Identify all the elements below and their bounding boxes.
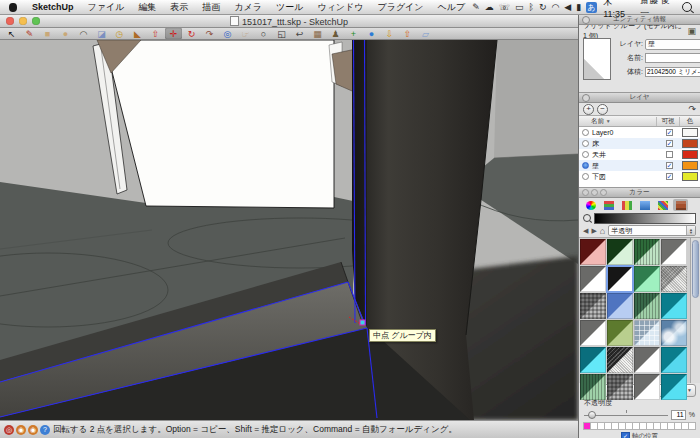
follow-me-tool[interactable]: ↷ <box>201 28 218 39</box>
layer-dropdown[interactable]: 壁 ▲▼ <box>645 39 700 50</box>
color-palettes-icon[interactable] <box>619 199 634 211</box>
layer-radio[interactable] <box>582 162 589 169</box>
layer-radio[interactable] <box>582 140 589 147</box>
texture-swatch-21[interactable] <box>607 374 633 400</box>
collection-stepper-icon[interactable]: ▲▼ <box>686 226 695 235</box>
layer-visible-checkbox[interactable] <box>666 151 673 158</box>
position-camera-tool[interactable]: ♟ <box>327 28 344 39</box>
texture-swatch-13[interactable] <box>607 320 633 346</box>
volume-icon[interactable]: ◀ <box>564 1 571 14</box>
get-models-tool[interactable]: ⇩ <box>381 28 398 39</box>
color-sliders-icon[interactable] <box>601 199 616 211</box>
section-plane-tool[interactable]: ▱ <box>417 28 434 39</box>
layer-radio[interactable] <box>582 173 589 180</box>
paint-bucket-tool[interactable]: ◣ <box>129 28 146 39</box>
texture-swatch-9[interactable] <box>607 293 633 319</box>
eraser-tool[interactable]: ◪ <box>93 28 110 39</box>
texture-swatch-18[interactable] <box>634 347 660 373</box>
menu-item-9[interactable]: ヘルプ <box>431 0 473 14</box>
layer-color-chip[interactable] <box>682 139 698 148</box>
help-icon[interactable]: ? <box>40 425 50 435</box>
recent-color-15[interactable] <box>688 422 696 430</box>
name-input[interactable] <box>645 53 700 63</box>
texture-swatch-15[interactable] <box>661 320 687 346</box>
material-thumbnail[interactable] <box>583 38 611 80</box>
arc-tool[interactable]: ◠ <box>75 28 92 39</box>
opacity-value-input[interactable] <box>671 410 686 420</box>
layer-row-下図[interactable]: 下図✓ <box>579 171 700 182</box>
opacity-slider-thumb[interactable] <box>588 411 596 419</box>
colors-title-bar[interactable]: カラー <box>579 188 700 198</box>
texture-swatch-22[interactable] <box>634 374 660 400</box>
texture-swatch-23[interactable] <box>661 374 687 400</box>
texture-swatch-17[interactable] <box>607 347 633 373</box>
volume-value[interactable] <box>645 67 700 77</box>
image-palettes-icon[interactable] <box>637 199 652 211</box>
layer-color-chip[interactable] <box>682 161 698 170</box>
line-tool[interactable]: ✎ <box>21 28 38 39</box>
column-color[interactable]: 色 <box>679 117 700 126</box>
menu-item-app[interactable]: SketchUp <box>25 0 81 14</box>
scrollbar-thumb[interactable] <box>692 240 699 298</box>
crayons-icon[interactable] <box>655 199 670 211</box>
move-tool[interactable]: ✛ <box>165 28 182 39</box>
model-viewport[interactable]: 中点 グループ内 <box>0 40 578 420</box>
push-pull-tool[interactable]: ⇧ <box>147 28 164 39</box>
texture-swatch-16[interactable] <box>580 347 606 373</box>
texture-swatch-6[interactable] <box>634 266 660 292</box>
viewport-canvas[interactable] <box>0 40 578 420</box>
pen-tablet-icon[interactable]: ✎ <box>472 1 480 14</box>
forward-arrow-icon[interactable]: ▶ <box>591 227 596 235</box>
add-layer-button[interactable]: + <box>583 104 594 115</box>
battery-icon[interactable]: ▮ <box>576 1 581 14</box>
menu-item-3[interactable]: 表示 <box>163 0 195 14</box>
axes-position-checkbox[interactable]: ✓ <box>621 432 630 438</box>
tape-measure-tool[interactable]: ◷ <box>111 28 128 39</box>
texture-swatch-3[interactable] <box>661 239 687 265</box>
collection-dropdown[interactable]: 半透明 ▲▼ <box>608 225 696 236</box>
layer-visible-checkbox[interactable]: ✓ <box>666 129 673 136</box>
layer-visible-checkbox[interactable]: ✓ <box>666 140 673 147</box>
menu-item-4[interactable]: 描画 <box>195 0 227 14</box>
rotate-tool[interactable]: ↻ <box>183 28 200 39</box>
swatch-scrollbar[interactable] <box>690 238 700 383</box>
home-icon[interactable]: ⌂ <box>600 226 605 236</box>
axes-tool[interactable]: + <box>345 28 362 39</box>
clock[interactable]: 木 11:35 <box>603 0 634 19</box>
layer-visible-checkbox[interactable]: ✓ <box>666 162 673 169</box>
layer-visible-checkbox[interactable]: ✓ <box>666 173 673 180</box>
back-arrow-icon[interactable]: ◀ <box>583 227 588 235</box>
layer-row-天井[interactable]: 天井 <box>579 149 700 160</box>
menu-item-7[interactable]: ウィンドウ <box>310 0 370 14</box>
layer-radio[interactable] <box>582 129 589 136</box>
texture-swatch-1[interactable] <box>607 239 633 265</box>
texture-swatch-10[interactable] <box>634 293 660 319</box>
menu-item-8[interactable]: プラグイン <box>370 0 430 14</box>
column-name[interactable]: 名前 ▼ <box>579 117 656 126</box>
pan-tool[interactable]: ☞ <box>237 28 254 39</box>
previous-view-tool[interactable]: ↩ <box>291 28 308 39</box>
circle-tool[interactable]: ● <box>57 28 74 39</box>
zoom-tool[interactable]: ○ <box>255 28 272 39</box>
color-wheel-icon[interactable] <box>583 199 598 211</box>
zoom-extents-tool[interactable]: ◱ <box>273 28 290 39</box>
geolocation-icon[interactable]: ◎ <box>4 425 14 435</box>
wifi-icon[interactable]: ◠ <box>551 1 559 14</box>
ime-japanese-icon[interactable]: あ <box>586 2 597 13</box>
user-menu[interactable]: 齋藤 俊一 <box>640 0 676 20</box>
layer-options-arrow-icon[interactable]: ↷ <box>688 104 696 114</box>
remove-layer-button[interactable]: − <box>597 104 608 115</box>
sync-icon[interactable]: ↻ <box>539 1 547 14</box>
rectangle-tool[interactable]: ■ <box>39 28 56 39</box>
menu-item-6[interactable]: ツール <box>269 0 310 14</box>
claim-credit-icon[interactable]: ◉ <box>28 425 38 435</box>
credits-icon[interactable]: ◉ <box>16 425 26 435</box>
menu-item-2[interactable]: 編集 <box>131 0 163 14</box>
opacity-slider[interactable] <box>584 410 668 420</box>
column-visible[interactable]: 可視 <box>656 117 679 126</box>
texture-swatch-0[interactable] <box>580 239 606 265</box>
layer-color-chip[interactable] <box>682 172 698 181</box>
display-icon[interactable]: ▭ <box>515 1 524 14</box>
spotlight-icon[interactable] <box>682 2 692 12</box>
phone-icon[interactable]: ☏ <box>499 1 510 14</box>
